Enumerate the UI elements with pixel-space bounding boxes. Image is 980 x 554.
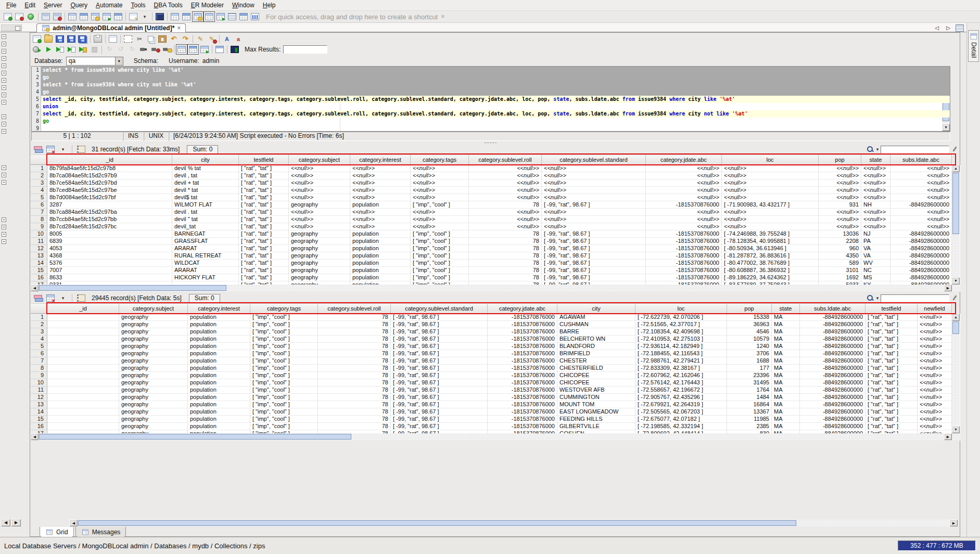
disconnect-session-icon[interactable] xyxy=(149,44,161,55)
table-cell[interactable]: <<null>> xyxy=(918,321,952,328)
table-cell[interactable]: [ -72.558657, 42.196672 ] xyxy=(635,386,727,394)
table-cell[interactable]: geography xyxy=(119,372,188,379)
table-row[interactable]: 157007ARARAT[ "rat", "tat" ]geographypop… xyxy=(31,267,952,274)
table-cell[interactable]: [ "imp", "cool" ] xyxy=(250,386,318,394)
table-cell[interactable]: [ -72.833309, 42.38167 ] xyxy=(635,365,727,372)
table-cell[interactable]: <<null>> xyxy=(918,416,952,423)
table-cell[interactable]: devil , tat xyxy=(172,172,239,179)
tree-expander-icon[interactable]: + xyxy=(2,217,6,222)
scroll-tabs-left-icon[interactable] xyxy=(932,24,941,32)
table-cell[interactable]: [ -99, "rat", 98.67 ] xyxy=(391,314,488,321)
table-row[interactable]: 13geographypopulation[ "imp", "cool" ]78… xyxy=(31,401,952,408)
table-cell[interactable]: devil + tat xyxy=(172,179,239,187)
table-cell[interactable]: MA xyxy=(772,379,800,386)
grid2-body[interactable]: 1geographypopulation[ "imp", "cool" ]78[… xyxy=(31,314,960,433)
table-cell[interactable]: 931 xyxy=(819,201,861,209)
table-cell[interactable]: WILDCAT xyxy=(172,260,239,267)
table-cell[interactable]: MA xyxy=(772,394,800,401)
table-row[interactable]: 38b7ce584ae5fc15d2c97bddevil + tat[ "rat… xyxy=(31,179,952,187)
table-cell[interactable]: <<null>> xyxy=(289,165,350,172)
table-cell[interactable]: [ -99, "rat", 98.67 ] xyxy=(542,245,646,252)
connect-session-icon[interactable] xyxy=(138,44,149,55)
column-header-category.tags[interactable]: category.tags xyxy=(411,154,469,165)
open-file-icon[interactable] xyxy=(43,34,54,44)
tree-expander-icon[interactable]: + xyxy=(2,78,6,83)
table-cell[interactable]: MA xyxy=(772,336,800,343)
column-header-pop[interactable]: pop xyxy=(727,303,772,314)
table-cell[interactable]: population xyxy=(188,328,250,336)
nav-left-icon[interactable]: ◀ xyxy=(1,519,10,526)
table-cell[interactable]: devil % tat xyxy=(172,165,239,172)
table-cell[interactable]: geography xyxy=(119,350,188,357)
table-cell[interactable]: [ "rat", "tat" ] xyxy=(239,194,289,201)
tab-close-icon[interactable]: × xyxy=(177,24,181,32)
table-cell[interactable]: <<null>> xyxy=(861,209,890,216)
table-cell[interactable]: -1815370876000 xyxy=(646,274,722,281)
table-cell[interactable]: [ -99, "rat", 98.67 ] xyxy=(391,343,488,350)
table-cell[interactable]: geography xyxy=(119,401,188,408)
table-cell[interactable]: [ -72.198585, 42.332194 ] xyxy=(635,423,727,430)
table-cell[interactable]: 23396 xyxy=(727,372,772,379)
export-tool-icon[interactable] xyxy=(112,11,124,22)
table-cell[interactable]: <<null>> xyxy=(289,223,350,230)
table-row[interactable]: 5geographypopulation[ "imp", "cool" ]78[… xyxy=(31,343,952,350)
table-cell[interactable]: <<null>> xyxy=(411,209,469,216)
table-cell[interactable]: MA xyxy=(772,328,800,336)
table-cell[interactable]: <<null>> xyxy=(469,209,542,216)
table-cell[interactable]: population xyxy=(188,343,250,350)
table-cell[interactable]: 10579 xyxy=(727,336,772,343)
table-cell[interactable]: NH xyxy=(861,201,890,209)
table-cell[interactable]: FEEDING HILLS xyxy=(557,416,635,423)
table-cell[interactable]: population xyxy=(188,372,250,379)
tree-results-mode-icon[interactable] xyxy=(187,44,199,55)
export-grid-icon[interactable] xyxy=(45,145,56,154)
table-cell[interactable]: population xyxy=(350,245,411,252)
table-cell[interactable]: <<null>> xyxy=(819,187,861,194)
table-cell[interactable]: <<null>> xyxy=(350,172,411,179)
table-cell[interactable]: MA xyxy=(772,386,800,394)
column-header-loc[interactable]: loc xyxy=(722,154,819,165)
menu-query[interactable]: Query xyxy=(66,1,92,10)
table-cell[interactable]: <<null>> xyxy=(890,223,952,230)
column-header-testfield[interactable]: testfield xyxy=(866,303,918,314)
table-cell[interactable]: 78 xyxy=(318,350,391,357)
table-cell[interactable]: population xyxy=(188,350,250,357)
table-row[interactable]: 124053ARARAT[ "rat", "tat" ]geographypop… xyxy=(31,245,952,252)
editor-line[interactable]: 2go xyxy=(32,74,950,81)
table-cell[interactable]: <<null>> xyxy=(918,401,952,408)
query-builder-icon[interactable] xyxy=(90,11,101,22)
table-cell[interactable]: [ -99, "rat", 98.67 ] xyxy=(391,423,488,430)
table-cell[interactable]: [ -99, "rat", 98.67 ] xyxy=(391,328,488,336)
er-diagram-view-icon[interactable] xyxy=(215,11,226,22)
table-cell[interactable]: ARARAT xyxy=(172,267,239,274)
table-cell[interactable]: 78 xyxy=(318,336,391,343)
table-cell[interactable]: 1240 xyxy=(727,343,772,350)
table-cell[interactable]: <<null>> xyxy=(542,165,646,172)
table-cell[interactable]: [ -99, "rat", 98.67 ] xyxy=(391,321,488,328)
select-block-icon[interactable] xyxy=(122,34,134,44)
table-cell[interactable]: <<null>> xyxy=(722,194,819,201)
find-replace-icon[interactable] xyxy=(206,34,218,44)
table-cell[interactable]: geography xyxy=(289,274,350,281)
table-cell[interactable]: 3101 xyxy=(819,267,861,274)
copy-icon[interactable] xyxy=(145,34,157,44)
table-cell[interactable]: <<null>> xyxy=(289,194,350,201)
rollback-icon[interactable] xyxy=(104,44,115,55)
table-cell[interactable]: EAST LONGMEADOW xyxy=(557,408,635,416)
table-cell[interactable]: 1484 xyxy=(727,394,772,401)
table-cell[interactable]: <<null>> xyxy=(469,187,542,194)
table-cell[interactable]: [ -99, "rat", 98.67 ] xyxy=(542,252,646,260)
table-cell[interactable]: [ "imp", "cool" ] xyxy=(250,321,318,328)
table-cell[interactable] xyxy=(47,408,119,416)
table-cell[interactable]: 78 xyxy=(318,372,391,379)
table-cell[interactable]: 78 xyxy=(318,328,391,336)
table-cell[interactable]: GILBERTVILLE xyxy=(557,423,635,430)
table-cell[interactable]: 960 xyxy=(819,245,861,252)
table-cell[interactable]: <<null>> xyxy=(411,179,469,187)
table-cell[interactable]: HICKORY FLAT xyxy=(172,274,239,281)
tree-expander-icon[interactable]: + xyxy=(2,114,6,119)
table-cell[interactable]: [ "rat", "tat" ] xyxy=(866,357,918,365)
table-cell[interactable]: 13036 xyxy=(819,230,861,238)
column-header-pop[interactable]: pop xyxy=(819,154,861,165)
menu-file[interactable]: File xyxy=(2,1,20,10)
